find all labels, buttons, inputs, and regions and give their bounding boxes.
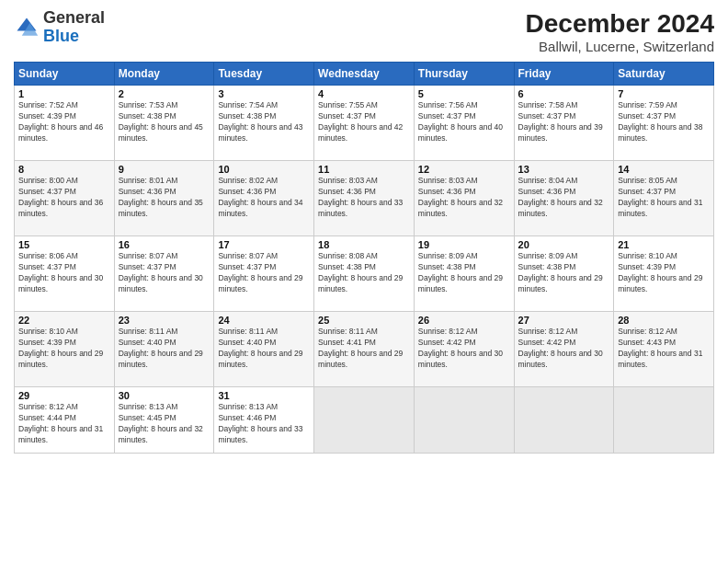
day-number: 6	[518, 88, 610, 99]
day-number: 13	[518, 164, 610, 175]
day-number: 19	[418, 239, 510, 250]
subtitle: Ballwil, Lucerne, Switzerland	[526, 39, 714, 54]
col-monday: Monday	[114, 63, 214, 86]
day-info: Sunrise: 8:07 AM Sunset: 4:37 PM Dayligh…	[218, 251, 310, 295]
day-number: 15	[18, 239, 110, 250]
day-info: Sunrise: 7:59 AM Sunset: 4:37 PM Dayligh…	[618, 100, 710, 144]
day-info: Sunrise: 8:03 AM Sunset: 4:36 PM Dayligh…	[418, 176, 510, 220]
table-cell: 24 Sunrise: 8:11 AM Sunset: 4:40 PM Dayl…	[214, 312, 314, 387]
logo-general-text: General	[43, 8, 105, 27]
table-cell: 5 Sunrise: 7:56 AM Sunset: 4:37 PM Dayli…	[414, 86, 514, 161]
table-cell	[314, 387, 415, 454]
table-cell: 1 Sunrise: 7:52 AM Sunset: 4:39 PM Dayli…	[15, 86, 115, 161]
day-number: 3	[218, 88, 310, 99]
table-cell: 22 Sunrise: 8:10 AM Sunset: 4:39 PM Dayl…	[15, 312, 115, 387]
day-number: 1	[18, 88, 110, 99]
table-cell: 15 Sunrise: 8:06 AM Sunset: 4:37 PM Dayl…	[15, 236, 115, 312]
day-number: 12	[418, 164, 510, 175]
main-title: December 2024	[526, 9, 714, 39]
day-number: 24	[218, 315, 310, 326]
logo: General Blue	[14, 9, 105, 46]
day-info: Sunrise: 8:06 AM Sunset: 4:37 PM Dayligh…	[18, 251, 110, 295]
day-info: Sunrise: 8:12 AM Sunset: 4:43 PM Dayligh…	[618, 327, 710, 371]
header: General Blue December 2024 Ballwil, Luce…	[14, 9, 714, 54]
title-block: December 2024 Ballwil, Lucerne, Switzerl…	[526, 9, 714, 54]
day-info: Sunrise: 8:07 AM Sunset: 4:37 PM Dayligh…	[119, 251, 210, 295]
table-cell: 2 Sunrise: 7:53 AM Sunset: 4:38 PM Dayli…	[114, 86, 214, 161]
day-info: Sunrise: 8:11 AM Sunset: 4:40 PM Dayligh…	[119, 327, 210, 371]
day-number: 8	[18, 164, 110, 175]
day-number: 22	[18, 315, 110, 326]
day-info: Sunrise: 8:10 AM Sunset: 4:39 PM Dayligh…	[18, 327, 110, 371]
day-number: 27	[518, 315, 610, 326]
day-info: Sunrise: 8:04 AM Sunset: 4:36 PM Dayligh…	[518, 176, 610, 220]
table-cell: 28 Sunrise: 8:12 AM Sunset: 4:43 PM Dayl…	[614, 312, 714, 387]
day-info: Sunrise: 8:05 AM Sunset: 4:37 PM Dayligh…	[618, 176, 710, 220]
day-info: Sunrise: 8:13 AM Sunset: 4:46 PM Dayligh…	[218, 402, 310, 446]
logo-blue-text: Blue	[43, 27, 79, 45]
table-cell: 10 Sunrise: 8:02 AM Sunset: 4:36 PM Dayl…	[214, 161, 314, 236]
day-info: Sunrise: 8:03 AM Sunset: 4:36 PM Dayligh…	[318, 176, 410, 220]
day-info: Sunrise: 8:13 AM Sunset: 4:45 PM Dayligh…	[119, 402, 210, 446]
day-number: 4	[318, 88, 410, 99]
logo-icon	[14, 15, 40, 40]
day-info: Sunrise: 8:10 AM Sunset: 4:39 PM Dayligh…	[618, 251, 710, 295]
day-number: 28	[618, 315, 710, 326]
day-info: Sunrise: 7:56 AM Sunset: 4:37 PM Dayligh…	[418, 100, 510, 144]
table-cell: 29 Sunrise: 8:12 AM Sunset: 4:44 PM Dayl…	[15, 387, 115, 454]
col-wednesday: Wednesday	[314, 63, 415, 86]
table-cell: 23 Sunrise: 8:11 AM Sunset: 4:40 PM Dayl…	[114, 312, 214, 387]
table-cell: 14 Sunrise: 8:05 AM Sunset: 4:37 PM Dayl…	[614, 161, 714, 236]
table-cell: 16 Sunrise: 8:07 AM Sunset: 4:37 PM Dayl…	[114, 236, 214, 312]
day-number: 16	[119, 239, 210, 250]
table-cell: 6 Sunrise: 7:58 AM Sunset: 4:37 PM Dayli…	[514, 86, 614, 161]
day-info: Sunrise: 8:11 AM Sunset: 4:41 PM Dayligh…	[318, 327, 410, 371]
day-number: 11	[318, 164, 410, 175]
table-cell	[414, 387, 514, 454]
table-cell: 17 Sunrise: 8:07 AM Sunset: 4:37 PM Dayl…	[214, 236, 314, 312]
day-info: Sunrise: 8:08 AM Sunset: 4:38 PM Dayligh…	[318, 251, 410, 295]
day-number: 31	[218, 390, 310, 401]
col-tuesday: Tuesday	[214, 63, 314, 86]
day-info: Sunrise: 8:12 AM Sunset: 4:42 PM Dayligh…	[418, 327, 510, 371]
calendar-header-row: Sunday Monday Tuesday Wednesday Thursday…	[15, 63, 714, 86]
day-number: 23	[119, 315, 210, 326]
table-cell: 30 Sunrise: 8:13 AM Sunset: 4:45 PM Dayl…	[114, 387, 214, 454]
table-cell: 8 Sunrise: 8:00 AM Sunset: 4:37 PM Dayli…	[15, 161, 115, 236]
table-cell: 26 Sunrise: 8:12 AM Sunset: 4:42 PM Dayl…	[414, 312, 514, 387]
table-cell: 18 Sunrise: 8:08 AM Sunset: 4:38 PM Dayl…	[314, 236, 415, 312]
day-info: Sunrise: 7:55 AM Sunset: 4:37 PM Dayligh…	[318, 100, 410, 144]
table-cell	[514, 387, 614, 454]
table-cell: 20 Sunrise: 8:09 AM Sunset: 4:38 PM Dayl…	[514, 236, 614, 312]
day-number: 21	[618, 239, 710, 250]
table-cell: 25 Sunrise: 8:11 AM Sunset: 4:41 PM Dayl…	[314, 312, 415, 387]
day-info: Sunrise: 8:09 AM Sunset: 4:38 PM Dayligh…	[518, 251, 610, 295]
day-info: Sunrise: 7:53 AM Sunset: 4:38 PM Dayligh…	[119, 100, 210, 144]
day-number: 20	[518, 239, 610, 250]
table-cell	[614, 387, 714, 454]
table-cell: 27 Sunrise: 8:12 AM Sunset: 4:42 PM Dayl…	[514, 312, 614, 387]
col-sunday: Sunday	[15, 63, 115, 86]
col-thursday: Thursday	[414, 63, 514, 86]
table-cell: 31 Sunrise: 8:13 AM Sunset: 4:46 PM Dayl…	[214, 387, 314, 454]
table-cell: 11 Sunrise: 8:03 AM Sunset: 4:36 PM Dayl…	[314, 161, 415, 236]
day-number: 30	[119, 390, 210, 401]
calendar-table: Sunday Monday Tuesday Wednesday Thursday…	[14, 62, 714, 454]
day-info: Sunrise: 7:52 AM Sunset: 4:39 PM Dayligh…	[18, 100, 110, 144]
day-number: 29	[18, 390, 110, 401]
table-cell: 12 Sunrise: 8:03 AM Sunset: 4:36 PM Dayl…	[414, 161, 514, 236]
day-info: Sunrise: 8:02 AM Sunset: 4:36 PM Dayligh…	[218, 176, 310, 220]
table-cell: 9 Sunrise: 8:01 AM Sunset: 4:36 PM Dayli…	[114, 161, 214, 236]
table-cell: 13 Sunrise: 8:04 AM Sunset: 4:36 PM Dayl…	[514, 161, 614, 236]
day-number: 7	[618, 88, 710, 99]
table-cell: 19 Sunrise: 8:09 AM Sunset: 4:38 PM Dayl…	[414, 236, 514, 312]
table-cell: 3 Sunrise: 7:54 AM Sunset: 4:38 PM Dayli…	[214, 86, 314, 161]
day-info: Sunrise: 7:58 AM Sunset: 4:37 PM Dayligh…	[518, 100, 610, 144]
day-info: Sunrise: 8:12 AM Sunset: 4:44 PM Dayligh…	[18, 402, 110, 446]
table-cell: 4 Sunrise: 7:55 AM Sunset: 4:37 PM Dayli…	[314, 86, 415, 161]
day-number: 18	[318, 239, 410, 250]
page: General Blue December 2024 Ballwil, Luce…	[0, 0, 728, 563]
day-info: Sunrise: 8:09 AM Sunset: 4:38 PM Dayligh…	[418, 251, 510, 295]
day-info: Sunrise: 8:00 AM Sunset: 4:37 PM Dayligh…	[18, 176, 110, 220]
table-cell: 7 Sunrise: 7:59 AM Sunset: 4:37 PM Dayli…	[614, 86, 714, 161]
